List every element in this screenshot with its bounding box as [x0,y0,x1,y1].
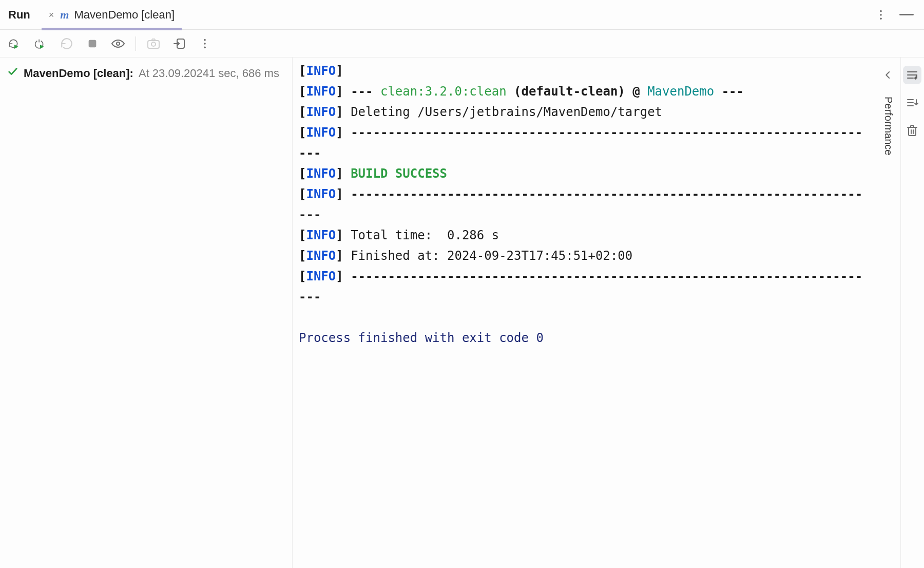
bold-text: @ [632,84,640,99]
build-success: BUILD SUCCESS [351,166,447,181]
rerun-button[interactable] [8,36,23,51]
project-name: MavenDemo [647,84,714,99]
maven-icon: m [60,9,69,21]
log-level-info: INFO [306,269,336,283]
console-line: [INFO] Deleting /Users/jetbrains/MavenDe… [299,102,870,122]
log-level-info: INFO [306,105,336,119]
log-text: Total time: 0.286 s [351,228,499,242]
bracket: ] [336,105,343,119]
console-line: [INFO] BUILD SUCCESS [299,163,870,184]
performance-tab[interactable]: Performance [882,93,894,156]
bracket: ] [336,228,343,242]
svg-marker-4 [40,45,44,49]
console-output[interactable]: [INFO][INFO] --- clean:3.2.0:clean (defa… [293,58,876,568]
chevron-left-icon[interactable] [879,66,897,84]
svg-point-11 [204,43,206,45]
rerun-disabled-button [60,36,74,51]
run-config-name: MavenDemo [clean]: [24,66,133,81]
svg-point-10 [204,39,206,41]
console-line [299,307,870,328]
dash-line: ----------------------------------------… [299,187,862,222]
svg-point-6 [117,42,120,45]
svg-point-12 [204,46,206,48]
dash: --- [722,84,744,99]
more-icon[interactable] [198,36,212,51]
soft-wrap-icon[interactable] [903,66,921,84]
bracket: [ [299,228,306,242]
maven-goal: clean:3.2.0:clean [380,84,507,99]
tool-window-header: Run × m MavenDemo [clean] [0,0,924,30]
rerun-failed-button[interactable] [34,36,48,51]
stop-button[interactable] [85,36,100,51]
bracket: [ [299,249,306,263]
run-config-meta: At 23.09.20241 sec, 686 ms [139,66,279,81]
screenshot-icon[interactable] [146,36,161,51]
run-tree-pane: MavenDemo [clean]: At 23.09.20241 sec, 6… [0,58,293,568]
bracket: ] [336,249,343,263]
svg-marker-3 [14,45,18,49]
dash-line: ----------------------------------------… [299,125,862,160]
run-tab[interactable]: × m MavenDemo [clean] [45,0,179,30]
show-hide-button[interactable] [111,36,125,51]
console-line: [INFO] ---------------------------------… [299,122,870,163]
dash-line: ----------------------------------------… [299,269,862,304]
svg-rect-5 [89,40,97,47]
svg-point-0 [880,10,882,12]
bracket: [ [299,187,306,201]
right-gutter: Performance [876,58,924,568]
bracket: ] [336,64,343,78]
svg-point-8 [151,42,156,46]
bracket: [ [299,84,306,99]
bracket: [ [299,105,306,119]
exit-code-line: Process finished with exit code 0 [299,331,544,345]
log-level-info: INFO [306,187,336,201]
console-line: [INFO] [299,61,870,81]
exit-icon[interactable] [172,36,186,51]
run-tab-title: MavenDemo [clean] [74,8,175,22]
log-level-info: INFO [306,249,336,263]
svg-point-2 [880,17,882,20]
bracket: [ [299,64,306,78]
bracket: [ [299,269,306,283]
log-level-info: INFO [306,64,336,78]
log-text: Deleting /Users/jetbrains/MavenDemo/targ… [351,105,662,119]
bold-text: (default-clean) [514,84,625,99]
log-level-info: INFO [306,228,336,242]
dash: --- [351,84,373,99]
run-tree-row[interactable]: MavenDemo [clean]: At 23.09.20241 sec, 6… [7,64,285,83]
svg-point-1 [880,14,882,16]
console-line: [INFO] ---------------------------------… [299,184,870,225]
log-level-info: INFO [306,166,336,181]
console-line: [INFO] Finished at: 2024-09-23T17:45:51+… [299,245,870,266]
console-line: [INFO] ---------------------------------… [299,266,870,307]
bracket: ] [336,187,343,201]
console-line: [INFO] --- clean:3.2.0:clean (default-cl… [299,81,870,102]
console-line: Process finished with exit code 0 [299,328,870,348]
bracket: ] [336,166,343,181]
toolbar-divider [136,36,136,51]
bracket: ] [336,269,343,283]
console-line: [INFO] Total time: 0.286 s [299,225,870,245]
log-level-info: INFO [306,125,336,140]
check-icon [7,66,18,81]
trash-icon[interactable] [903,121,921,140]
log-text: Finished at: 2024-09-23T17:45:51+02:00 [351,249,632,263]
bracket: ] [336,84,343,99]
hide-button[interactable] [899,8,914,22]
tool-window-title: Run [6,8,30,22]
bracket: ] [336,125,343,140]
scroll-to-end-icon[interactable] [903,93,921,112]
bracket: [ [299,166,306,181]
log-level-info: INFO [306,84,336,99]
run-toolbar [0,30,924,58]
kebab-menu-icon[interactable] [874,8,888,22]
bracket: [ [299,125,306,140]
close-icon[interactable]: × [49,10,54,20]
